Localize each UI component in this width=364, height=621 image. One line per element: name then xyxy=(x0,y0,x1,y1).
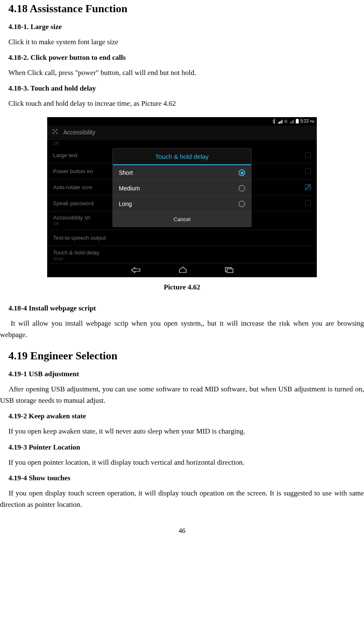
subheading-419-3: 4.19-3 Pointer Location xyxy=(8,443,356,452)
option-long-label: Long xyxy=(119,201,132,207)
para-418-2: When Click call, press "power" button, c… xyxy=(8,67,356,78)
signal-2-icon xyxy=(289,119,294,123)
radio-icon[interactable] xyxy=(238,185,245,192)
dialog-overlay: Touch & hold delay Short Medium Long Can… xyxy=(47,126,317,277)
subheading-419-1: 4.19-1 USB adjustment xyxy=(8,370,356,378)
subheading-419-2: 4.19-2 Keep awaken state xyxy=(8,412,356,420)
bluetooth-icon xyxy=(272,119,276,124)
radio-selected-icon[interactable] xyxy=(238,169,245,176)
touch-hold-dialog: Touch & hold delay Short Medium Long Can… xyxy=(112,148,252,227)
cancel-button[interactable]: Cancel xyxy=(113,212,251,227)
home-icon[interactable] xyxy=(179,267,187,273)
subheading-418-2: 4.18-2. Click power button to end calls xyxy=(8,54,356,62)
para-419-4: If you open display touch screen operati… xyxy=(0,487,364,510)
option-short[interactable]: Short xyxy=(113,165,251,181)
heading-419: 4.19 Engineer Selection xyxy=(8,350,356,362)
heading-418: 4.18 Assisstance Function xyxy=(8,3,356,15)
subheading-418-3: 4.18-3. Touch and hold delay xyxy=(8,84,356,93)
subheading-419-4: 4.19-4 Show touches xyxy=(8,474,356,482)
signal-icon xyxy=(278,119,283,123)
radio-icon[interactable] xyxy=(238,201,245,207)
para-419-3: If you open pointer location, it will di… xyxy=(8,457,356,468)
clock-time: 5:22 PM xyxy=(300,119,314,123)
navigation-bar xyxy=(47,263,317,277)
para-419-1: After opening USB adjustment, you can us… xyxy=(0,383,364,406)
svg-rect-0 xyxy=(296,119,299,123)
para-418-3: Click touch and hold delay to increae ti… xyxy=(8,98,356,109)
subheading-418-4: 4.18-4 Install webpage script xyxy=(8,304,356,313)
page-number: 46 xyxy=(0,527,364,535)
option-long[interactable]: Long xyxy=(113,196,251,212)
figure-462: G 5:22 PM Accessibility Off Large text xyxy=(0,117,364,277)
svg-rect-8 xyxy=(227,269,233,273)
status-bar: G 5:22 PM xyxy=(47,117,317,126)
para-418-1: Click it to make system font large size xyxy=(8,36,356,48)
recent-icon[interactable] xyxy=(225,267,233,273)
para-418-4: It will allow you install webpage scrip … xyxy=(0,318,364,340)
option-medium[interactable]: Medium xyxy=(113,181,251,196)
para-419-2: If you open keep awaken state, it wll ne… xyxy=(8,426,356,437)
svg-rect-1 xyxy=(297,119,298,119)
battery-icon xyxy=(296,119,299,123)
back-icon[interactable] xyxy=(131,267,141,273)
g-indicator: G xyxy=(284,119,287,123)
option-medium-label: Medium xyxy=(119,185,140,192)
option-short-label: Short xyxy=(119,169,133,176)
android-screenshot: G 5:22 PM Accessibility Off Large text xyxy=(47,117,317,277)
subheading-418-1: 4.18-1. Large size xyxy=(8,23,356,31)
dialog-title: Touch & hold delay xyxy=(113,149,251,165)
figure-caption: Picture 4.62 xyxy=(0,283,364,292)
